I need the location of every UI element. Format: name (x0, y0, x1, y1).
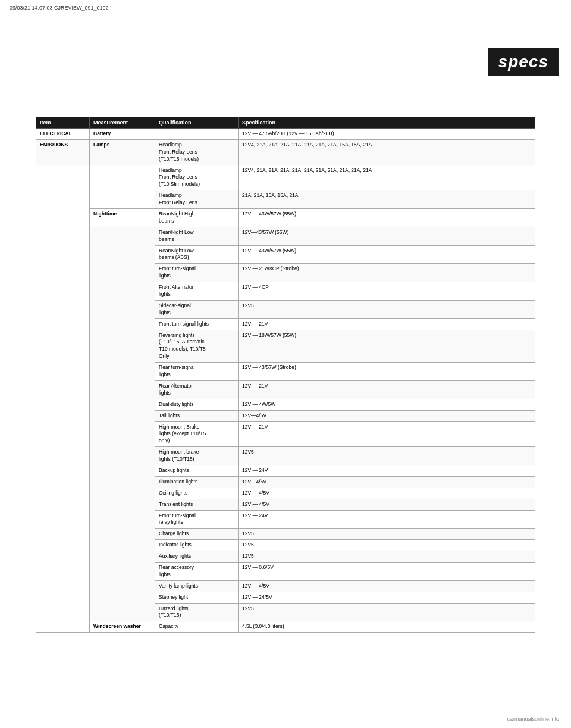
qualification-cell: Rear Alternator lights (155, 380, 239, 399)
measurement-cell (90, 165, 155, 208)
specification-cell: 12V4, 21A, 21A, 21A, 21A, 21A, 21A, 21A,… (239, 165, 535, 190)
specification-cell: 12V — 4/5V (239, 488, 535, 499)
qualification-cell: Rear/Night Low beams (155, 227, 239, 245)
specification-cell: 12V5 (239, 529, 535, 540)
specification-cell: 4.5L (3.0/4.0 liters) (239, 621, 535, 633)
qualification-cell: Indicator lights (155, 540, 239, 551)
specification-cell: 12V — 0.6/5V (239, 562, 535, 580)
qualification-cell: Front turn-signal lights (155, 318, 239, 330)
table-row: EMISSIONSLampsHeadlamp Front Relay Lens … (36, 139, 535, 165)
specification-cell: 12V — 24/5V (239, 592, 535, 603)
qualification-cell: Hazard lights (T10/T15) (155, 603, 239, 621)
specification-cell: 12V — 24V (239, 465, 535, 476)
header-bar: 09/03/21 14:07:03 CJREVIEW_091_0102 (0, 0, 571, 15)
specification-cell: 21A, 21A, 15A, 15A, 21A (239, 190, 535, 209)
specification-cell: 12V5 (239, 300, 535, 318)
qualification-cell: High-mount Brake lights (except T10/T5 o… (155, 421, 239, 447)
item-cell: ELECTRICAL (36, 129, 90, 140)
specification-cell: 12V — 21V (239, 318, 535, 330)
qualification-cell: Headlamp Front Relay Lens (T10 Slim mode… (155, 165, 239, 190)
specification-cell: 12V5 (239, 551, 535, 563)
specification-cell: 12V5 (239, 447, 535, 465)
qualification-cell: Headlamp Front Relay Lens (T10/T15 model… (155, 139, 239, 165)
specification-cell: 12V — 4W/5W (239, 399, 535, 410)
qualification-cell: Auxiliary lights (155, 551, 239, 563)
qualification-cell: Stepney light (155, 592, 239, 603)
specs-table: Item Measurement Qualification Specifica… (36, 117, 535, 633)
specification-cell: 12V — 47.5Ah/20H (12V — 65.0Ah/20H) (239, 129, 535, 140)
item-cell (36, 165, 90, 633)
qualification-cell: Reversing lights (T10/T15, Automatic T10… (155, 330, 239, 363)
qualification-cell (155, 129, 239, 140)
table-row: Windscreen washerCapacity4.5L (3.0/4.0 l… (36, 621, 535, 633)
table-row: NighttimeRear/Night High beams12V — 43W/… (36, 209, 535, 227)
col-header-item: Item (36, 117, 90, 129)
qualification-cell: Backup lights (155, 465, 239, 476)
specification-cell: 12V5 (239, 540, 535, 551)
specification-cell: 12V — 18W/57W (55W) (239, 330, 535, 363)
table-header-row: Item Measurement Qualification Specifica… (36, 117, 535, 129)
specification-cell: 12V—4/5V (239, 476, 535, 488)
measurement-cell: Nighttime (90, 209, 155, 227)
col-header-specification: Specification (239, 117, 535, 129)
specification-cell: 12V — 43/57W (Strobe) (239, 363, 535, 381)
qualification-cell: Front Alternator lights (155, 282, 239, 301)
specs-table-container: Item Measurement Qualification Specifica… (36, 117, 535, 633)
measurement-cell: Lamps (90, 139, 155, 165)
item-cell: EMISSIONS (36, 139, 90, 165)
col-header-measurement: Measurement (90, 117, 155, 129)
specification-cell: 12V — 24V (239, 510, 535, 529)
qualification-cell: Sidecar-signal lights (155, 300, 239, 318)
qualification-cell: Rear/Night Low beams (ABS) (155, 245, 239, 264)
header-text: 09/03/21 14:07:03 CJREVIEW_091_0102 (10, 5, 109, 11)
table-row: Rear/Night Low beams12V—43/57W (55W) (36, 227, 535, 245)
specification-cell: 12V — 43W/57W (55W) (239, 245, 535, 264)
measurement-cell: Windscreen washer (90, 621, 155, 633)
specs-badge: specs (488, 48, 559, 76)
specification-cell: 12V5 (239, 603, 535, 621)
col-header-qualification: Qualification (155, 117, 239, 129)
qualification-cell: Rear/Night High beams (155, 209, 239, 227)
specification-cell: 12V — 43W/57W (55W) (239, 209, 535, 227)
specification-cell: 12V — 4/5V (239, 580, 535, 592)
measurement-cell: Battery (90, 129, 155, 140)
qualification-cell: Transient lights (155, 499, 239, 510)
qualification-cell: Tail lights (155, 410, 239, 421)
specification-cell: 12V — 21W×CP (Strobe) (239, 264, 535, 282)
qualification-cell: Ceiling lights (155, 488, 239, 499)
footer-url: carmanualsonline.info (507, 716, 559, 722)
qualification-cell: Dual-duty lights (155, 399, 239, 410)
specification-cell: 12V — 21V (239, 421, 535, 447)
measurement-cell (90, 227, 155, 621)
specification-cell: 12V — 4/5V (239, 499, 535, 510)
qualification-cell: Front turn-signal relay lights (155, 510, 239, 529)
qualification-cell: Headlamp Front Relay Lens (155, 190, 239, 209)
table-row: Headlamp Front Relay Lens (T10 Slim mode… (36, 165, 535, 190)
specification-cell: 12V—4/5V (239, 410, 535, 421)
qualification-cell: Capacity (155, 621, 239, 633)
specification-cell: 12V — 21V (239, 380, 535, 399)
table-row: ELECTRICALBattery12V — 47.5Ah/20H (12V —… (36, 129, 535, 140)
specification-cell: 12V — 4CP (239, 282, 535, 301)
qualification-cell: High-mount brake lights (T10/T15) (155, 447, 239, 465)
qualification-cell: Charge lights (155, 529, 239, 540)
qualification-cell: Vanity lamp lights (155, 580, 239, 592)
specification-cell: 12V—43/57W (55W) (239, 227, 535, 245)
qualification-cell: Front turn-signal lights (155, 264, 239, 282)
qualification-cell: Illumination lights (155, 476, 239, 488)
qualification-cell: Rear turn-signal lights (155, 363, 239, 381)
qualification-cell: Rear accessory lights (155, 562, 239, 580)
specification-cell: 12V4, 21A, 21A, 21A, 21A, 21A, 21A, 21A,… (239, 139, 535, 165)
